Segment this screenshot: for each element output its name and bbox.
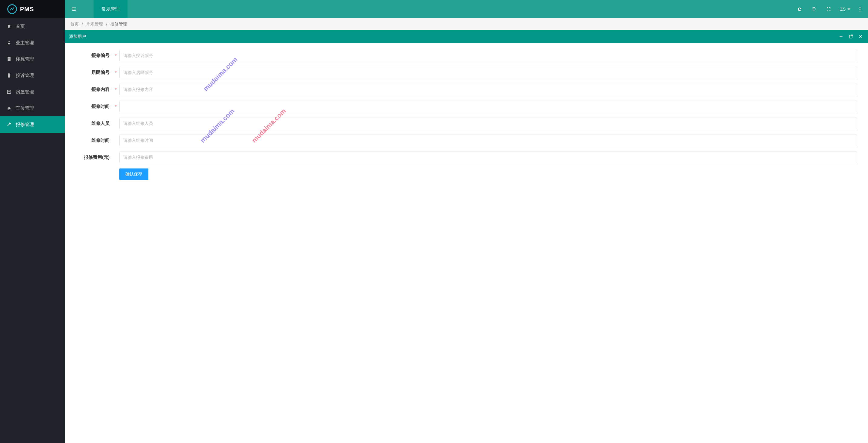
repair-content-input[interactable] xyxy=(119,84,857,95)
required-mark: * xyxy=(115,104,119,109)
panel-title: 添加用户 xyxy=(69,34,86,39)
home-icon xyxy=(7,24,11,29)
fullscreen-button[interactable] xyxy=(822,3,835,15)
sidebar-item-label: 车位管理 xyxy=(16,106,34,111)
sidebar-item-label: 报修管理 xyxy=(16,122,34,127)
required-mark: * xyxy=(115,87,119,92)
svg-rect-8 xyxy=(9,91,10,91)
brand-text: PMS xyxy=(20,6,34,13)
sidebar-item-label: 投诉管理 xyxy=(16,73,34,79)
svg-rect-6 xyxy=(7,90,11,94)
tab-general[interactable]: 常规管理 xyxy=(94,0,127,18)
building-icon xyxy=(7,57,11,61)
sidebar: PMS 首页 业主管理 楼栋管理 投诉管理 房屋管理 车位管理 报修管理 xyxy=(0,0,65,443)
logo-icon xyxy=(7,4,17,14)
topbar: 常规管理 ZS xyxy=(65,0,868,18)
sidebar-item-label: 首页 xyxy=(16,24,25,29)
label-repair-no: 报修编号 xyxy=(76,53,115,58)
maximize-button[interactable] xyxy=(847,33,854,40)
svg-rect-3 xyxy=(9,58,10,58)
logo-area: PMS xyxy=(0,0,65,18)
sidebar-item-label: 业主管理 xyxy=(16,40,34,46)
required-mark: * xyxy=(115,70,119,75)
resident-no-input[interactable] xyxy=(119,67,857,78)
submit-button[interactable]: 确认保存 xyxy=(119,169,148,180)
label-repair-content: 报修内容 xyxy=(76,87,115,92)
repair-no-input[interactable] xyxy=(119,50,857,61)
svg-rect-2 xyxy=(8,58,8,58)
repair-time-input[interactable] xyxy=(119,100,857,112)
label-repair-fee: 报修费用(元) xyxy=(76,154,115,160)
refresh-button[interactable] xyxy=(793,3,806,15)
wrench-icon xyxy=(7,122,11,127)
sidebar-item-complaint[interactable]: 投诉管理 xyxy=(0,67,65,84)
sidebar-item-label: 楼栋管理 xyxy=(16,56,34,62)
user-name: ZS xyxy=(840,7,845,11)
room-icon xyxy=(7,89,11,94)
required-mark: * xyxy=(115,53,119,58)
chevron-down-icon xyxy=(847,8,850,10)
sidebar-item-home[interactable]: 首页 xyxy=(0,18,65,34)
car-icon xyxy=(7,106,11,111)
file-icon xyxy=(7,73,11,78)
repair-person-input[interactable] xyxy=(119,118,857,129)
svg-point-9 xyxy=(8,109,8,109)
label-resident-no: 居民编号 xyxy=(76,70,115,76)
repair-fee-input[interactable] xyxy=(119,151,857,163)
breadcrumb: 首页 / 常规管理 / 报修管理 xyxy=(65,18,868,30)
svg-point-10 xyxy=(10,109,10,109)
minimize-button[interactable] xyxy=(838,33,844,40)
form: 报修编号 * 居民编号 * 报修内容 * 报修时间 * 维修人员 xyxy=(65,43,868,187)
delete-button[interactable] xyxy=(807,3,821,15)
user-menu[interactable]: ZS xyxy=(837,7,854,11)
label-repair-time: 报修时间 xyxy=(76,104,115,109)
breadcrumb-current: 报修管理 xyxy=(110,22,127,27)
sidebar-item-building[interactable]: 楼栋管理 xyxy=(0,51,65,67)
svg-rect-4 xyxy=(8,59,8,59)
label-maintain-time: 维修时间 xyxy=(76,138,115,143)
panel-header: 添加用户 xyxy=(65,30,868,43)
breadcrumb-home[interactable]: 首页 xyxy=(70,22,79,27)
breadcrumb-section[interactable]: 常规管理 xyxy=(86,22,103,27)
close-button[interactable] xyxy=(857,33,864,40)
svg-rect-5 xyxy=(9,59,10,59)
sidebar-item-repair[interactable]: 报修管理 xyxy=(0,116,65,133)
user-icon xyxy=(7,40,11,45)
svg-point-0 xyxy=(8,41,10,42)
more-button[interactable] xyxy=(855,7,864,11)
sidebar-item-label: 房屋管理 xyxy=(16,89,34,95)
sidebar-item-owner[interactable]: 业主管理 xyxy=(0,34,65,51)
collapse-sidebar-button[interactable] xyxy=(65,0,83,18)
label-repair-person: 维修人员 xyxy=(76,121,115,126)
svg-rect-1 xyxy=(7,57,10,61)
sidebar-item-parking[interactable]: 车位管理 xyxy=(0,100,65,116)
svg-rect-7 xyxy=(8,91,9,91)
maintain-time-input[interactable] xyxy=(119,135,857,146)
sidebar-item-room[interactable]: 房屋管理 xyxy=(0,84,65,100)
